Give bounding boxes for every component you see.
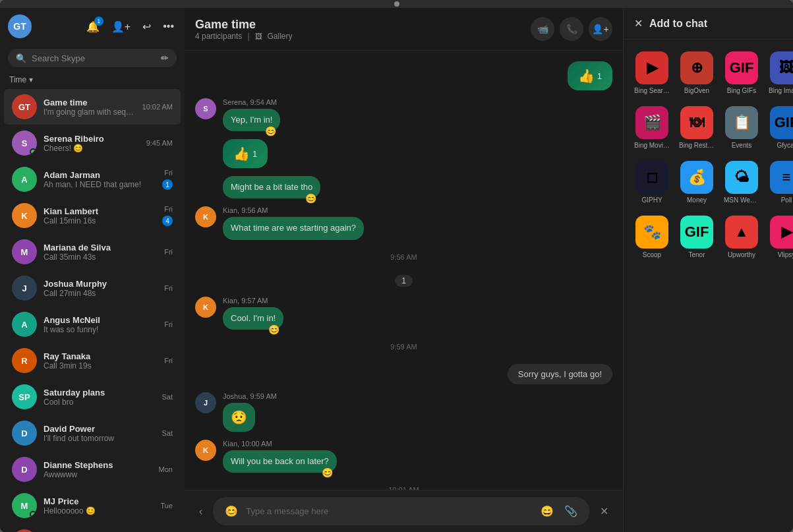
app-icon-upworthy: ▲ (725, 216, 758, 249)
message-row: Sorry guys, I gotta go! (195, 364, 612, 384)
chat-item-game-time[interactable]: GT Game time I'm going glam with sequins… (4, 89, 181, 125)
chat-subtitle: 4 participants | 🖼 Gallery (195, 32, 531, 41)
chat-meta: Fri (164, 320, 173, 328)
message-avatar: K (195, 206, 216, 227)
chat-preview: Cheers! 😊 (44, 144, 140, 153)
search-input[interactable] (32, 53, 156, 63)
chat-item-dianne-stephens[interactable]: D Dianne Stephens Awwwww Mon (4, 452, 181, 487)
message-row: S Serena, 9:54 AM Yep, I'm in! 😊 (195, 98, 612, 131)
chat-preview: Awwwww (44, 470, 152, 479)
message-content: Might be a bit late tho 😊 (223, 176, 320, 198)
chat-meta: Sat (162, 393, 173, 401)
top-dot (394, 1, 399, 7)
message-row: 👍 1 (195, 139, 612, 168)
app-tile-upworthy[interactable]: ▲ Upworthy (721, 212, 762, 262)
app-label-bing-images: Bing Images (769, 87, 793, 94)
app-icon-bing-search: ▶ (635, 51, 668, 84)
app-label-scoop: Scoop (634, 251, 670, 258)
app-tile-vipsy[interactable]: ▶ Vlipsy (766, 212, 793, 262)
chat-name: Adam Jarman (44, 170, 156, 180)
nav-back-button[interactable]: ‹ (194, 503, 208, 520)
app-icon-bigoven: ⊕ (680, 51, 713, 84)
message-row: J Joshua, 9:59 AM 😟 (195, 392, 612, 432)
notifications-button[interactable]: 🔔1 (84, 18, 102, 36)
app-window: GT 🔔1 👤+ ↩ ••• 🔍 ✏ Time ▾ (0, 0, 793, 532)
chat-item-angus-mcneil[interactable]: A Angus McNeil It was so funny! Fri (4, 307, 181, 342)
app-label-vipsy: Vlipsy (769, 251, 793, 258)
user-avatar[interactable]: GT (8, 15, 32, 38)
chat-item-mj-price[interactable]: M MJ Price Helloooooo 😊 Tue (4, 488, 181, 523)
chat-item-joshua-murphy[interactable]: J Joshua Murphy Call 27min 48s Fri (4, 270, 181, 306)
gallery-icon: 🖼 (255, 32, 262, 40)
app-tile-bing-rest[interactable]: 🍽 Bing Restau... (676, 102, 717, 153)
chat-item-serena-ribeiro[interactable]: S Serena Ribeiro Cheers! 😊 9:45 AM (4, 125, 181, 161)
app-tile-scoop[interactable]: 🐾 Scoop (631, 212, 672, 262)
chat-item-saturday-plans[interactable]: SP Saturday plans Cool bro Sat (4, 379, 181, 415)
app-tile-bigoven[interactable]: ⊕ BigOven (676, 47, 717, 98)
app-tile-poll[interactable]: ≡ Poll (766, 157, 793, 208)
chat-name: Mariana de Silva (44, 243, 158, 252)
add-to-chat-panel: ✕ Add to chat ▶ Bing Search ⊕ BigOven GI… (623, 8, 793, 532)
avatar: S (12, 131, 37, 156)
chat-info: MJ Price Helloooooo 😊 (44, 496, 154, 516)
chat-preview: Call 3min 19s (44, 361, 158, 370)
chat-item-ray-tanaka[interactable]: R Ray Tanaka Call 3min 19s Fri (4, 343, 181, 378)
chat-meta: Fri 4 (162, 205, 173, 226)
main-area: GT 🔔1 👤+ ↩ ••• 🔍 ✏ Time ▾ (0, 8, 793, 532)
app-tile-giphy[interactable]: ◻ GIPHY (631, 157, 672, 208)
message-input[interactable] (246, 506, 533, 516)
chat-name: Angus McNeil (44, 315, 158, 325)
chat-name: Kian Lambert (44, 206, 156, 216)
audio-call-button[interactable]: 📞 (560, 17, 583, 41)
avatar: M (12, 493, 37, 518)
avatar: A (12, 312, 37, 337)
message-content: 👍 1 (223, 139, 268, 168)
video-call-button[interactable]: 📹 (531, 17, 554, 41)
app-tile-msn-weather[interactable]: 🌤 MSN Weather (721, 157, 762, 208)
chat-time: Fri (164, 320, 173, 328)
app-tile-bing-search[interactable]: ▶ Bing Search (631, 47, 672, 98)
create-group-button[interactable]: ↩ (140, 18, 154, 36)
input-wrapper: 😊 😄 📎 (213, 497, 589, 525)
app-tile-money[interactable]: 💰 Money (676, 157, 717, 208)
chat-item-david-power[interactable]: D David Power I'll find out tomorrow Sat (4, 415, 181, 451)
chat-preview: Helloooooo 😊 (44, 506, 154, 516)
add-participant-button[interactable]: 👤+ (589, 17, 612, 41)
time-filter[interactable]: Time ▾ (0, 71, 185, 88)
chat-preview: Ah man, I NEED that game! (44, 180, 156, 189)
close-input-button[interactable]: ✕ (595, 502, 614, 520)
add-contact-button[interactable]: 👤+ (109, 18, 133, 36)
chat-item-besties[interactable]: B Besties 🐾 🐾 🐾 Tue (4, 524, 181, 532)
search-icon: 🔍 (16, 53, 26, 63)
compose-button[interactable]: ✏ (161, 53, 169, 63)
panel-close-button[interactable]: ✕ (634, 17, 643, 30)
chat-name: Dianne Stephens (44, 460, 152, 470)
app-tile-bing-gifs[interactable]: GIF Bing GIFs (721, 47, 762, 98)
attachment-button[interactable]: 📎 (562, 502, 580, 520)
chat-item-adam-jarman[interactable]: A Adam Jarman Ah man, I NEED that game! … (4, 162, 181, 197)
chat-name: Serena Ribeiro (44, 134, 140, 144)
app-tile-events[interactable]: 📋 Events (721, 102, 762, 153)
app-icon-bing-rest: 🍽 (680, 106, 713, 139)
app-tile-gfycat[interactable]: GIF Gfycat (766, 102, 793, 153)
chat-info: Game time I'm going glam with sequins. (44, 98, 136, 117)
app-tile-tenor[interactable]: GIF Tenor (676, 212, 717, 262)
app-icon-msn-weather: 🌤 (725, 161, 758, 194)
avatar: A (12, 167, 37, 192)
more-options-button[interactable]: ••• (160, 18, 177, 35)
sticker-button[interactable]: 😄 (538, 502, 556, 520)
message-row: 👍 1 (195, 61, 612, 90)
app-tile-bing-images[interactable]: 🖼 Bing Images (766, 47, 793, 98)
emoji-button[interactable]: 😊 (222, 502, 241, 520)
chat-time: Sat (162, 429, 173, 437)
chat-info: Joshua Murphy Call 27min 48s (44, 279, 158, 298)
app-tile-bing-movies[interactable]: 🎬 Bing Movies (631, 102, 672, 153)
chat-name: Joshua Murphy (44, 279, 158, 289)
chat-item-kian-lambert[interactable]: K Kian Lambert Call 15min 16s Fri 4 (4, 198, 181, 233)
chat-time: Fri (164, 284, 173, 292)
message-avatar: K (195, 297, 216, 318)
message-content: Kian, 10:00 AM Will you be back on later… (223, 440, 337, 473)
app-icon-poll: ≡ (770, 161, 793, 194)
chat-item-mariana-de-silva[interactable]: M Mariana de Silva Call 35min 43s Fri (4, 234, 181, 270)
message-content: Joshua, 9:59 AM 😟 (223, 392, 277, 432)
